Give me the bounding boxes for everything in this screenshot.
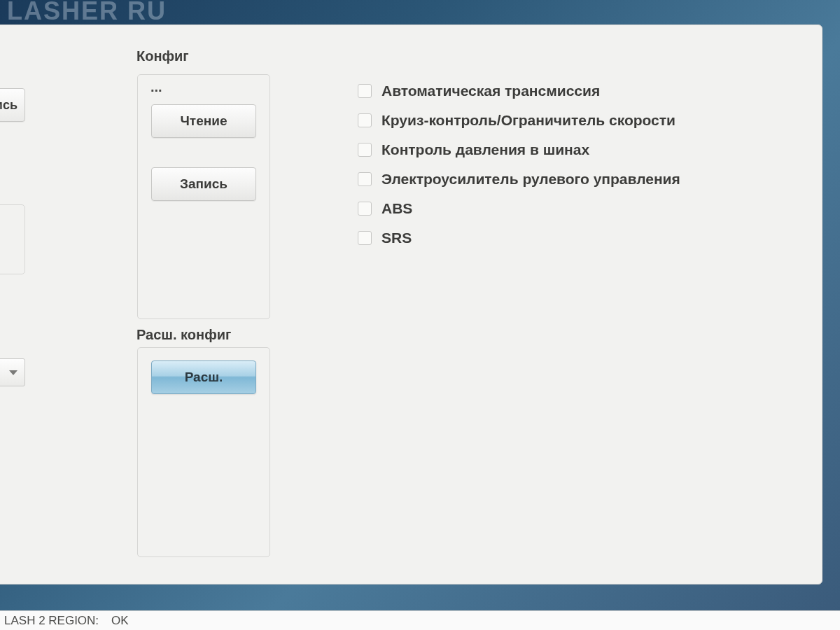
option-row-srs: SRS — [358, 230, 680, 246]
option-row-power-steering: Электроусилитель рулевого управления — [358, 171, 680, 188]
left-edge-button-fragment[interactable]: ись — [0, 88, 25, 122]
chevron-down-icon — [9, 370, 18, 375]
option-row-abs: ABS — [358, 200, 680, 217]
config-groupbox: Конфиг ... Чтение Запись — [137, 74, 270, 319]
option-row-auto-transmission: Автоматическая трансмиссия — [358, 83, 680, 99]
options-list: Автоматическая трансмиссия Круиз-контрол… — [358, 83, 680, 259]
checkbox-abs[interactable] — [358, 202, 372, 216]
status-value: OK — [111, 614, 129, 628]
ext-button[interactable]: Расш. — [151, 360, 256, 394]
option-label: SRS — [382, 230, 412, 246]
config-group-label: Конфиг — [132, 48, 193, 64]
option-label: Круиз-контроль/Ограничитель скорости — [382, 112, 676, 129]
status-bar: LASH 2 REGION: OK — [0, 610, 840, 630]
option-row-tire-pressure: Контроль давления в шинах — [358, 141, 680, 158]
checkbox-power-steering[interactable] — [358, 172, 372, 186]
option-label: ABS — [382, 200, 412, 217]
option-row-cruise-control: Круиз-контроль/Ограничитель скорости — [358, 112, 680, 129]
option-label: Контроль давления в шинах — [382, 141, 589, 158]
write-button[interactable]: Запись — [151, 167, 256, 201]
left-edge-dropdown-fragment[interactable] — [0, 358, 25, 386]
checkbox-tire-pressure[interactable] — [358, 143, 372, 157]
checkbox-cruise-control[interactable] — [358, 113, 372, 127]
checkbox-srs[interactable] — [358, 231, 372, 245]
main-panel: ись Конфиг ... Чтение Запись Расш. конфи… — [0, 24, 822, 584]
checkbox-auto-transmission[interactable] — [358, 84, 372, 98]
option-label: Автоматическая трансмиссия — [382, 83, 600, 99]
option-label: Электроусилитель рулевого управления — [382, 171, 680, 188]
read-button[interactable]: Чтение — [151, 104, 256, 138]
ext-config-group-label: Расш. конфиг — [132, 327, 235, 343]
ext-config-groupbox: Расш. конфиг Расш. — [137, 347, 270, 557]
background-title-fragment: LASHER RU — [7, 0, 167, 26]
status-text: LASH 2 REGION: — [4, 614, 99, 628]
left-edge-groupbox-fragment — [0, 204, 25, 274]
config-ellipsis-label: ... — [150, 79, 162, 95]
left-edge-button-label: ись — [0, 98, 18, 113]
